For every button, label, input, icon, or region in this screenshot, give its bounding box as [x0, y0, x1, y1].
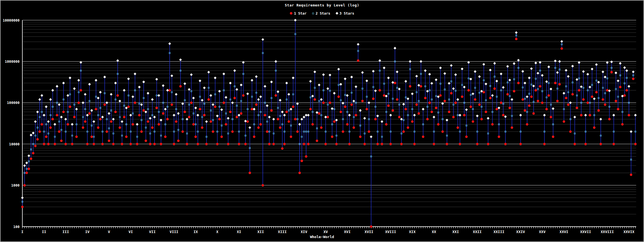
marker-1-star — [448, 111, 450, 113]
marker-1-star — [604, 103, 606, 106]
marker-1-star — [190, 101, 193, 104]
marker-3-stars — [433, 116, 435, 118]
marker-1-star — [69, 106, 71, 108]
marker-3-stars — [634, 114, 637, 117]
marker-1-star — [502, 114, 505, 117]
marker-3-stars — [355, 85, 357, 88]
marker-3-stars — [183, 82, 186, 85]
marker-1-star — [634, 143, 637, 145]
marker-3-stars — [56, 85, 58, 88]
marker-3-stars — [205, 120, 208, 123]
marker-1-star — [184, 111, 186, 113]
marker-1-star — [430, 111, 433, 113]
marker-1-star — [212, 130, 214, 133]
x-axis-world-label: XXVIX — [623, 230, 634, 234]
marker-1-star — [214, 106, 216, 108]
marker-1-star — [290, 136, 292, 138]
marker-3-stars — [493, 62, 496, 65]
marker-1-star — [493, 87, 496, 90]
marker-3-stars — [428, 73, 431, 76]
marker-1-star — [23, 184, 26, 187]
marker-1-star — [554, 82, 557, 84]
marker-1-star — [444, 100, 446, 102]
x-axis-world-label: XVI — [344, 230, 351, 234]
marker-1-star — [186, 143, 188, 145]
marker-1-star — [378, 89, 381, 92]
marker-1-star — [236, 116, 238, 118]
marker-1-star — [513, 90, 515, 92]
marker-3-stars — [389, 114, 392, 117]
marker-1-star — [106, 130, 108, 133]
marker-3-stars — [86, 114, 89, 117]
marker-3-stars — [329, 74, 332, 76]
marker-3-stars — [300, 118, 303, 121]
marker-1-star — [571, 93, 574, 96]
marker-1-star — [71, 143, 74, 145]
marker-1-star — [299, 172, 301, 174]
marker-1-star — [472, 120, 474, 123]
marker-3-stars — [450, 64, 453, 67]
marker-3-stars — [322, 73, 325, 76]
marker-3-stars — [489, 69, 492, 71]
marker-3-stars — [43, 114, 46, 117]
marker-1-star — [43, 143, 45, 145]
marker-1-star — [84, 120, 86, 123]
marker-3-stars — [255, 75, 258, 78]
marker-3-stars — [88, 83, 91, 86]
marker-1-star — [591, 96, 593, 98]
marker-3-stars — [114, 82, 117, 85]
marker-3-stars — [537, 72, 539, 75]
marker-3-stars — [34, 120, 37, 123]
marker-3-stars — [147, 92, 150, 95]
marker-3-stars — [571, 65, 574, 68]
marker-3-stars — [589, 86, 591, 89]
marker-3-stars — [550, 88, 552, 90]
marker-1-star — [25, 172, 28, 174]
marker-3-stars — [175, 93, 177, 96]
marker-3-stars — [437, 95, 440, 98]
marker-1-star — [233, 97, 236, 99]
marker-3-stars — [190, 73, 193, 76]
marker-1-star — [227, 143, 229, 145]
marker-3-stars — [591, 68, 593, 71]
x-axis-world-label: XV — [323, 230, 328, 234]
marker-1-star — [162, 112, 164, 115]
marker-1-star — [632, 78, 634, 80]
marker-1-star — [522, 98, 524, 101]
marker-3-stars — [58, 103, 61, 106]
marker-3-stars — [402, 103, 405, 106]
marker-3-stars — [454, 73, 457, 76]
marker-1-star — [394, 82, 396, 84]
marker-1-star — [402, 130, 405, 133]
marker-3-stars — [602, 71, 604, 73]
marker-3-stars — [73, 87, 76, 90]
marker-3-stars — [32, 132, 35, 134]
marker-1-star — [99, 118, 102, 120]
marker-3-stars — [339, 83, 342, 86]
marker-3-stars — [274, 60, 277, 63]
marker-1-star — [203, 114, 206, 117]
marker-3-stars — [580, 85, 583, 88]
marker-1-star — [296, 130, 299, 133]
marker-3-stars — [123, 89, 126, 92]
marker-3-stars — [238, 114, 240, 117]
marker-1-star — [173, 143, 175, 145]
marker-3-stars — [456, 98, 459, 101]
marker-3-stars — [374, 89, 377, 92]
marker-1-star — [117, 94, 119, 97]
marker-1-star — [177, 139, 180, 142]
marker-3-stars — [257, 98, 260, 101]
marker-3-stars — [372, 70, 375, 73]
marker-1-star — [329, 101, 331, 104]
marker-3-stars — [630, 130, 633, 133]
marker-1-star — [307, 143, 310, 145]
marker-1-star — [593, 126, 596, 129]
marker-1-star — [216, 143, 219, 145]
marker-3-stars — [49, 98, 52, 101]
marker-1-star — [292, 106, 294, 108]
marker-1-star — [322, 101, 325, 104]
marker-1-star — [294, 118, 297, 120]
marker-3-stars — [179, 58, 182, 61]
marker-1-star — [123, 116, 126, 118]
x-axis-world-label: II — [42, 230, 46, 234]
